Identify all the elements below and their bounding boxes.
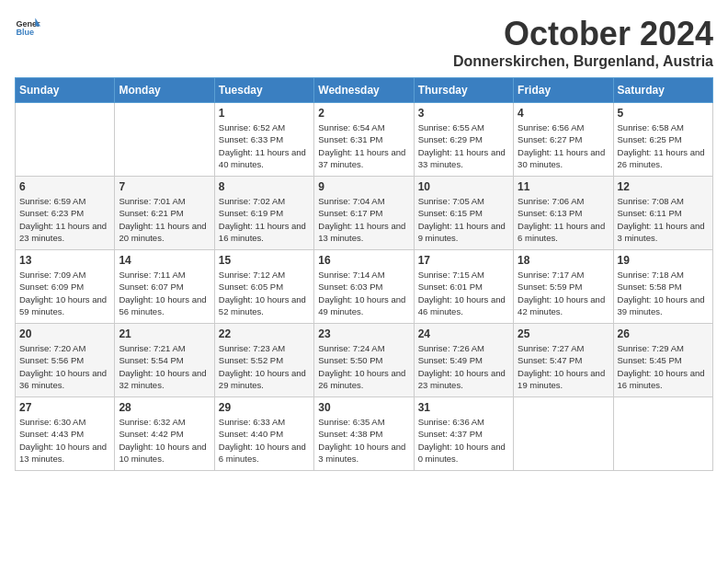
- day-info: Sunrise: 7:09 AM Sunset: 6:09 PM Dayligh…: [19, 269, 110, 317]
- day-cell: 24Sunrise: 7:26 AM Sunset: 5:49 PM Dayli…: [414, 324, 513, 397]
- day-number: 25: [518, 327, 609, 340]
- day-cell: 29Sunrise: 6:33 AM Sunset: 4:40 PM Dayli…: [214, 397, 313, 471]
- day-number: 26: [618, 327, 709, 340]
- day-info: Sunrise: 6:56 AM Sunset: 6:27 PM Dayligh…: [518, 121, 609, 170]
- day-info: Sunrise: 7:20 AM Sunset: 5:56 PM Dayligh…: [19, 342, 110, 391]
- day-number: 29: [219, 401, 310, 414]
- day-cell: 15Sunrise: 7:12 AM Sunset: 6:05 PM Dayli…: [214, 250, 313, 324]
- day-number: 6: [19, 180, 110, 193]
- calendar-table: SundayMondayTuesdayWednesdayThursdayFrid…: [15, 77, 713, 471]
- day-info: Sunrise: 7:11 AM Sunset: 6:07 PM Dayligh…: [119, 269, 210, 317]
- day-cell: [16, 103, 115, 177]
- month-title: October 2024: [453, 15, 713, 53]
- day-number: 7: [119, 180, 210, 193]
- day-number: 11: [518, 180, 609, 193]
- day-cell: 27Sunrise: 6:30 AM Sunset: 4:43 PM Dayli…: [16, 397, 115, 471]
- day-number: 3: [418, 107, 509, 120]
- location-title: Donnerskirchen, Burgenland, Austria: [453, 53, 713, 70]
- day-info: Sunrise: 7:04 AM Sunset: 6:17 PM Dayligh…: [318, 195, 409, 244]
- week-row-1: 1Sunrise: 6:52 AM Sunset: 6:33 PM Daylig…: [16, 103, 713, 177]
- day-number: 27: [19, 401, 110, 414]
- day-cell: 6Sunrise: 6:59 AM Sunset: 6:23 PM Daylig…: [16, 177, 115, 250]
- day-cell: 25Sunrise: 7:27 AM Sunset: 5:47 PM Dayli…: [514, 324, 613, 397]
- day-cell: 18Sunrise: 7:17 AM Sunset: 5:59 PM Dayli…: [514, 250, 613, 324]
- day-header-wednesday: Wednesday: [314, 78, 414, 103]
- day-cell: 16Sunrise: 7:14 AM Sunset: 6:03 PM Dayli…: [314, 250, 414, 324]
- day-number: 20: [19, 327, 110, 340]
- day-number: 9: [318, 180, 409, 193]
- logo-icon: General Blue: [15, 15, 40, 40]
- day-cell: [514, 397, 613, 471]
- day-cell: 4Sunrise: 6:56 AM Sunset: 6:27 PM Daylig…: [514, 103, 613, 177]
- day-info: Sunrise: 7:14 AM Sunset: 6:03 PM Dayligh…: [318, 269, 409, 317]
- day-cell: 8Sunrise: 7:02 AM Sunset: 6:19 PM Daylig…: [214, 177, 313, 250]
- day-cell: 28Sunrise: 6:32 AM Sunset: 4:42 PM Dayli…: [115, 397, 214, 471]
- day-info: Sunrise: 6:54 AM Sunset: 6:31 PM Dayligh…: [318, 121, 409, 170]
- day-info: Sunrise: 6:52 AM Sunset: 6:33 PM Dayligh…: [219, 121, 310, 170]
- week-row-5: 27Sunrise: 6:30 AM Sunset: 4:43 PM Dayli…: [16, 397, 713, 471]
- day-cell: 13Sunrise: 7:09 AM Sunset: 6:09 PM Dayli…: [16, 250, 115, 324]
- day-cell: [115, 103, 214, 177]
- day-cell: 1Sunrise: 6:52 AM Sunset: 6:33 PM Daylig…: [214, 103, 313, 177]
- day-number: 4: [518, 107, 609, 120]
- day-cell: 21Sunrise: 7:21 AM Sunset: 5:54 PM Dayli…: [115, 324, 214, 397]
- day-number: 5: [618, 107, 709, 120]
- day-number: 23: [318, 327, 409, 340]
- day-info: Sunrise: 6:36 AM Sunset: 4:37 PM Dayligh…: [418, 416, 509, 465]
- calendar-body: 1Sunrise: 6:52 AM Sunset: 6:33 PM Daylig…: [16, 103, 713, 471]
- day-header-saturday: Saturday: [613, 78, 712, 103]
- day-info: Sunrise: 7:17 AM Sunset: 5:59 PM Dayligh…: [518, 269, 609, 317]
- day-info: Sunrise: 7:24 AM Sunset: 5:50 PM Dayligh…: [318, 342, 409, 391]
- day-number: 13: [19, 254, 110, 267]
- day-header-thursday: Thursday: [414, 78, 513, 103]
- day-cell: 30Sunrise: 6:35 AM Sunset: 4:38 PM Dayli…: [314, 397, 414, 471]
- header: General Blue October 2024 Donnerskirchen…: [15, 15, 713, 70]
- day-number: 1: [219, 107, 310, 120]
- day-info: Sunrise: 7:18 AM Sunset: 5:58 PM Dayligh…: [618, 269, 709, 317]
- day-number: 8: [219, 180, 310, 193]
- day-cell: 5Sunrise: 6:58 AM Sunset: 6:25 PM Daylig…: [613, 103, 712, 177]
- day-cell: 20Sunrise: 7:20 AM Sunset: 5:56 PM Dayli…: [16, 324, 115, 397]
- day-number: 31: [418, 401, 509, 414]
- day-info: Sunrise: 6:30 AM Sunset: 4:43 PM Dayligh…: [19, 416, 110, 465]
- day-number: 24: [418, 327, 509, 340]
- day-info: Sunrise: 6:32 AM Sunset: 4:42 PM Dayligh…: [119, 416, 210, 465]
- day-info: Sunrise: 6:35 AM Sunset: 4:38 PM Dayligh…: [318, 416, 409, 465]
- day-header-sunday: Sunday: [16, 78, 115, 103]
- day-cell: 12Sunrise: 7:08 AM Sunset: 6:11 PM Dayli…: [613, 177, 712, 250]
- day-number: 15: [219, 254, 310, 267]
- week-row-3: 13Sunrise: 7:09 AM Sunset: 6:09 PM Dayli…: [16, 250, 713, 324]
- day-header-tuesday: Tuesday: [214, 78, 313, 103]
- svg-text:Blue: Blue: [16, 28, 34, 37]
- day-number: 28: [119, 401, 210, 414]
- title-area: October 2024 Donnerskirchen, Burgenland,…: [453, 15, 713, 70]
- day-cell: 22Sunrise: 7:23 AM Sunset: 5:52 PM Dayli…: [214, 324, 313, 397]
- day-number: 16: [318, 254, 409, 267]
- day-cell: 31Sunrise: 6:36 AM Sunset: 4:37 PM Dayli…: [414, 397, 513, 471]
- day-cell: 26Sunrise: 7:29 AM Sunset: 5:45 PM Dayli…: [613, 324, 712, 397]
- day-number: 10: [418, 180, 509, 193]
- day-cell: 10Sunrise: 7:05 AM Sunset: 6:15 PM Dayli…: [414, 177, 513, 250]
- day-info: Sunrise: 7:21 AM Sunset: 5:54 PM Dayligh…: [119, 342, 210, 391]
- day-cell: 9Sunrise: 7:04 AM Sunset: 6:17 PM Daylig…: [314, 177, 414, 250]
- day-cell: 2Sunrise: 6:54 AM Sunset: 6:31 PM Daylig…: [314, 103, 414, 177]
- day-info: Sunrise: 7:27 AM Sunset: 5:47 PM Dayligh…: [518, 342, 609, 391]
- day-info: Sunrise: 6:58 AM Sunset: 6:25 PM Dayligh…: [618, 121, 709, 170]
- day-number: 30: [318, 401, 409, 414]
- day-header-friday: Friday: [514, 78, 613, 103]
- day-number: 17: [418, 254, 509, 267]
- day-info: Sunrise: 7:08 AM Sunset: 6:11 PM Dayligh…: [618, 195, 709, 244]
- day-cell: 7Sunrise: 7:01 AM Sunset: 6:21 PM Daylig…: [115, 177, 214, 250]
- day-cell: 14Sunrise: 7:11 AM Sunset: 6:07 PM Dayli…: [115, 250, 214, 324]
- calendar-header-row: SundayMondayTuesdayWednesdayThursdayFrid…: [16, 78, 713, 103]
- day-cell: 3Sunrise: 6:55 AM Sunset: 6:29 PM Daylig…: [414, 103, 513, 177]
- week-row-4: 20Sunrise: 7:20 AM Sunset: 5:56 PM Dayli…: [16, 324, 713, 397]
- day-number: 2: [318, 107, 409, 120]
- day-info: Sunrise: 7:15 AM Sunset: 6:01 PM Dayligh…: [418, 269, 509, 317]
- day-info: Sunrise: 7:06 AM Sunset: 6:13 PM Dayligh…: [518, 195, 609, 244]
- day-info: Sunrise: 7:26 AM Sunset: 5:49 PM Dayligh…: [418, 342, 509, 391]
- day-info: Sunrise: 7:05 AM Sunset: 6:15 PM Dayligh…: [418, 195, 509, 244]
- day-cell: 11Sunrise: 7:06 AM Sunset: 6:13 PM Dayli…: [514, 177, 613, 250]
- day-number: 18: [518, 254, 609, 267]
- day-info: Sunrise: 7:23 AM Sunset: 5:52 PM Dayligh…: [219, 342, 310, 391]
